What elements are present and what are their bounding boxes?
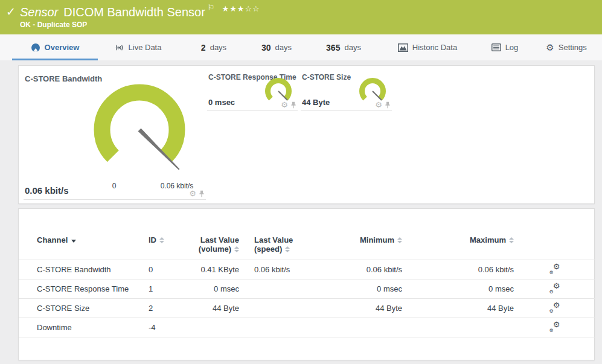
tab-2-days[interactable]: 2 days	[192, 34, 235, 60]
column-header-label: Last Value	[185, 235, 239, 244]
tab-live-data-label: Live Data	[129, 43, 162, 52]
channel-gear-icon[interactable]: ⚙	[375, 101, 382, 109]
tab-settings[interactable]: ⚙ Settings	[542, 34, 591, 60]
table-row-response-time: C-STORE Response Time 1 0 msec 0 msec 0 …	[19, 279, 595, 299]
pin-icon[interactable]	[385, 101, 391, 109]
channel-settings-icon[interactable]: ⚙⚙	[549, 322, 560, 331]
sort-icon	[397, 237, 402, 243]
cell-id: 2	[149, 304, 185, 313]
gauge-widget-response-time: C-STORE Response Time 0 msec ⚙	[207, 69, 298, 111]
channel-gear-icon[interactable]: ⚙	[281, 101, 288, 109]
cell-maximum: 0.06 kbit/s	[402, 265, 514, 274]
cell-minimum: 0.06 kbit/s	[327, 265, 402, 274]
cell-channel: Downtime	[37, 323, 149, 332]
active-tab-underline	[12, 59, 98, 60]
channel-settings-icon[interactable]: ⚙⚙	[549, 283, 560, 293]
page-title: DICOM Bandwidth Sensor	[63, 4, 205, 20]
tab-30-days-label: days	[275, 43, 292, 52]
tab-30-days-number: 30	[261, 43, 271, 53]
gear-icon: ⚙	[546, 43, 554, 52]
tab-historic-data[interactable]: Historic Data	[388, 34, 467, 60]
cell-maximum: 0 msec	[402, 284, 514, 293]
gauge-widget-size: C-STORE Size 44 Byte ⚙	[301, 69, 392, 111]
tab-live-data[interactable]: Live Data	[104, 34, 171, 60]
table-row-bandwidth: C-STORE Bandwidth 0 0.41 KByte 0.06 kbit…	[19, 260, 595, 279]
sort-desc-icon	[71, 240, 76, 243]
flag-icon[interactable]: ⚐	[208, 4, 215, 11]
stars-filled[interactable]: ★★★	[222, 4, 245, 13]
sort-icon	[509, 237, 514, 243]
channel-gear-icon[interactable]: ⚙	[189, 190, 196, 197]
tab-log[interactable]: Log	[486, 34, 524, 60]
column-header-channel[interactable]: Channel	[37, 235, 149, 244]
tab-2-days-label: days	[210, 43, 226, 52]
tab-bar: Overview Live Data 2 days 30 days 365 da…	[0, 34, 602, 60]
sort-icon	[285, 246, 290, 252]
table-row-downtime: Downtime -4 ⚙⚙	[19, 318, 595, 337]
cell-channel: C-STORE Size	[37, 304, 149, 313]
status-check-icon: ✓	[6, 4, 16, 20]
column-header-label: Minimum	[360, 235, 394, 244]
tab-overview-label: Overview	[45, 43, 80, 52]
gauge-title: C-STORE Size	[302, 73, 351, 81]
cell-id: -4	[149, 323, 185, 332]
cell-maximum: 44 Byte	[402, 304, 514, 313]
gauge-icon	[31, 43, 40, 53]
gauge-widget-bandwidth: C-STORE Bandwidth 0 0.06 kbit/s 0.06 kbi…	[24, 69, 206, 200]
tab-365-days[interactable]: 365 days	[319, 34, 368, 60]
channels-panel: Channel ID Last Value (volume) Last Valu…	[18, 208, 595, 360]
cell-last-value-volume: 0.41 KByte	[185, 265, 239, 274]
column-header-sublabel: (volume)	[199, 244, 231, 254]
gauge-current-value: 44 Byte	[302, 98, 330, 107]
channel-settings-icon[interactable]: ⚙⚙	[549, 264, 560, 273]
object-kind-label: Sensor	[20, 4, 58, 20]
cell-minimum: 44 Byte	[327, 304, 402, 313]
gauges-panel: C-STORE Bandwidth 0 0.06 kbit/s 0.06 kbi…	[18, 65, 595, 204]
tab-historic-data-label: Historic Data	[412, 43, 457, 52]
sensor-status-text: OK - Duplicate SOP	[20, 21, 87, 29]
live-data-icon	[114, 43, 124, 52]
pin-icon[interactable]	[290, 101, 296, 109]
stars-empty[interactable]: ☆☆	[245, 4, 260, 13]
cell-minimum: 0 msec	[327, 284, 402, 293]
sort-icon	[234, 246, 239, 252]
cell-last-value-volume: 44 Byte	[185, 304, 239, 313]
cell-last-value-speed: 0.06 kbit/s	[239, 265, 327, 274]
sensor-page: ✓ Sensor DICOM Bandwidth Sensor ⚐ ★★★☆☆ …	[0, 0, 602, 364]
gauge-current-value: 0 msec	[208, 98, 235, 107]
tab-365-days-number: 365	[326, 43, 340, 53]
cell-last-value-volume: 0 msec	[185, 284, 239, 293]
column-header-label: ID	[149, 235, 156, 244]
column-header-maximum[interactable]: Maximum	[402, 235, 514, 244]
tab-2-days-number: 2	[201, 43, 206, 53]
channel-settings-icon[interactable]: ⚙⚙	[549, 302, 560, 312]
column-header-last-value-volume[interactable]: Last Value (volume)	[185, 235, 239, 254]
cell-id: 0	[149, 265, 185, 274]
column-header-minimum[interactable]: Minimum	[327, 235, 402, 244]
bandwidth-gauge	[79, 68, 200, 177]
cell-channel: C-STORE Response Time	[37, 284, 149, 293]
column-header-label: Maximum	[470, 235, 506, 244]
column-header-id[interactable]: ID	[149, 235, 185, 244]
column-header-label: Last Value	[254, 235, 327, 244]
column-header-sublabel: (speed)	[254, 244, 282, 254]
log-icon	[492, 43, 501, 51]
tab-log-label: Log	[505, 43, 519, 52]
channel-table: Channel ID Last Value (volume) Last Valu…	[19, 235, 595, 337]
table-row-size: C-STORE Size 2 44 Byte 44 Byte 44 Byte ⚙…	[19, 299, 595, 318]
sort-icon	[159, 237, 164, 243]
tab-settings-label: Settings	[559, 43, 587, 52]
priority-stars[interactable]: ★★★☆☆	[222, 5, 260, 13]
tab-30-days[interactable]: 30 days	[254, 34, 299, 60]
tab-overview[interactable]: Overview	[12, 34, 98, 60]
pin-icon[interactable]	[199, 190, 205, 197]
area-chart-icon	[398, 43, 408, 52]
gauge-scale-max: 0.06 kbit/s	[143, 182, 211, 190]
cell-id: 1	[149, 284, 185, 293]
sensor-header: ✓ Sensor DICOM Bandwidth Sensor ⚐ ★★★☆☆ …	[0, 0, 602, 34]
tab-365-days-label: days	[344, 43, 360, 52]
column-header-last-value-speed[interactable]: Last Value (speed)	[239, 235, 327, 254]
column-header-label: Channel	[37, 235, 68, 244]
gauge-current-value: 0.06 kbit/s	[25, 185, 69, 196]
gauge-scale-min: 0	[105, 182, 123, 190]
